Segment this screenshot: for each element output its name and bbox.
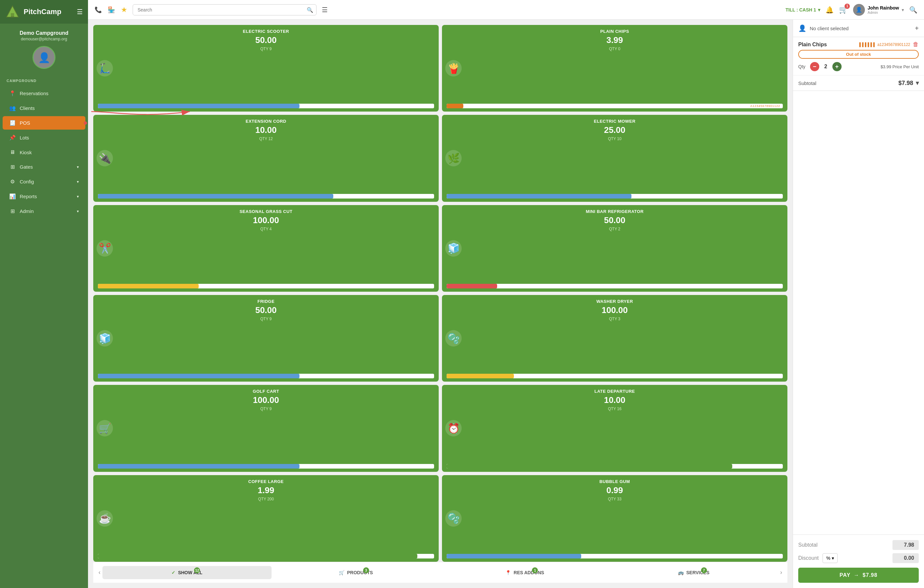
sidebar-item-label-lots: Lots <box>20 135 29 140</box>
product-card-plain-chips[interactable]: 🍟 PLAIN CHIPS 3.99 QTY 0 A12345678901122 <box>442 25 787 112</box>
user-chevron-icon: ▾ <box>902 7 904 13</box>
product-card-mini-bar-refrigerator[interactable]: 🧊 MINI BAR REFRIGERATOR 50.00 QTY 2 <box>442 205 787 292</box>
product-bar-mini-bar-refrigerator <box>447 284 783 288</box>
services-icon: 🚌 <box>678 570 684 575</box>
product-card-bubble-gum[interactable]: 🫧 BUBBLE GUM 0.99 QTY 33 <box>442 475 787 562</box>
product-card-extension-cord[interactable]: 🔌 EXTENSION CORD 10.00 QTY 12 <box>93 115 439 201</box>
tab-res-addons[interactable]: 📍 RES ADDONS 1 <box>441 566 609 579</box>
tab-show-all[interactable]: ✓ SHOW ALL 12 <box>102 566 272 579</box>
menu-lines-icon[interactable]: ☰ <box>322 6 328 14</box>
out-of-stock-badge: Out of stock <box>798 50 919 59</box>
product-card-seasonal-grass-cut[interactable]: ✂️ SEASONAL GRASS CUT 100.00 QTY 4 <box>93 205 439 292</box>
search-input[interactable] <box>133 4 317 15</box>
product-price-washer-dryer: 100.00 <box>447 305 783 315</box>
sidebar-item-kiosk[interactable]: 🖥 Kiosk <box>3 146 85 159</box>
qty-row: Qty − 2 + $3.99 Price Per Unit <box>798 62 919 71</box>
product-bar-late-departure <box>447 464 783 469</box>
store-icon[interactable]: 🏪 <box>108 6 115 13</box>
sidebar-item-pos[interactable]: 🧾 POS <box>3 116 85 130</box>
sidebar-item-clients[interactable]: 👥 Clients <box>3 101 85 115</box>
barcode-icon: ▌▌▌▌▌▌ <box>859 42 876 47</box>
product-qty-extension-cord: QTY 12 <box>98 137 434 141</box>
product-price-electric-mower: 25.00 <box>447 125 783 135</box>
qty-increase-button[interactable]: + <box>832 62 842 71</box>
sidebar-item-lots[interactable]: 📌 Lots <box>3 131 85 144</box>
product-card-golf-cart[interactable]: 🛒 GOLF CART 100.00 QTY 9 <box>93 385 439 471</box>
sidebar-item-reports[interactable]: 📊 Reports ▾ <box>3 189 85 203</box>
next-tab-arrow[interactable]: › <box>778 569 784 576</box>
product-card-coffee-large[interactable]: ☕ COFFEE LARGE 1.99 QTY 200 <box>93 475 439 562</box>
product-bar-fill-electric-scooter <box>98 104 299 108</box>
product-bar-washer-dryer <box>447 374 783 378</box>
product-card-late-departure[interactable]: ⏰ LATE DEPARTURE 10.00 QTY 16 <box>442 385 787 471</box>
cart-button[interactable]: 🛒 1 <box>839 6 848 14</box>
tab-services[interactable]: 🚌 SERVICES 7 <box>609 566 779 579</box>
product-image-extension-cord: 🔌 <box>97 150 113 166</box>
subtotal-value-row: $7.98 ▾ <box>898 79 919 87</box>
chevron-down-icon-config: ▾ <box>77 180 79 184</box>
product-card-electric-mower[interactable]: 🌿 ELECTRIC MOWER 25.00 QTY 10 <box>442 115 787 201</box>
app-logo <box>5 5 20 19</box>
pay-arrow-icon: → <box>854 572 859 578</box>
sidebar-item-admin[interactable]: ⊞ Admin ▾ <box>3 204 85 218</box>
main-content: 📞 🏪 ★ 🔍 ☰ TILL : CASH 1 ▾ 🔔 🛒 1 👤 John <box>88 0 924 588</box>
product-card-washer-dryer[interactable]: 🫧 WASHER DRYER 100.00 QTY 3 <box>442 295 787 382</box>
product-bar-seasonal-grass-cut <box>98 284 434 288</box>
product-qty-electric-scooter: QTY 9 <box>98 46 434 51</box>
product-qty-washer-dryer: QTY 3 <box>447 317 783 321</box>
product-qty-late-departure: QTY 16 <box>447 407 783 411</box>
hamburger-icon[interactable]: ☰ <box>77 8 83 16</box>
sidebar-item-reservations[interactable]: 📍 Reservations <box>3 87 85 100</box>
product-bar-coffee-large <box>98 554 434 558</box>
product-bar-fill-washer-dryer <box>447 374 514 378</box>
product-card-electric-scooter[interactable]: 🛴 ELECTRIC SCOOTER 50.00 QTY 9 <box>93 25 439 112</box>
tab-products[interactable]: 🛒 PRODUCTS 3 <box>272 566 441 579</box>
phone-icon[interactable]: 📞 <box>94 6 102 13</box>
product-qty-bubble-gum: QTY 33 <box>447 497 783 501</box>
product-price-fridge: 50.00 <box>98 305 434 315</box>
add-client-button[interactable]: + <box>915 25 919 32</box>
product-image-golf-cart: 🛒 <box>97 420 113 436</box>
res-addons-badge: 1 <box>532 567 538 573</box>
product-card-fridge[interactable]: 🧊 FRIDGE 50.00 QTY 9 <box>93 295 439 382</box>
bell-icon[interactable]: 🔔 <box>825 6 834 14</box>
pay-button[interactable]: PAY → $7.98 <box>798 568 919 583</box>
cart-item-header: Plain Chips ▌▌▌▌▌▌ a12345678901122 🗑 <box>798 41 919 48</box>
admin-icon: ⊞ <box>9 208 16 214</box>
product-image-fridge: 🧊 <box>97 330 113 346</box>
product-qty-golf-cart: QTY 9 <box>98 407 434 411</box>
subtotal-label: Subtotal <box>798 81 816 86</box>
product-bar-fill-extension-cord <box>98 194 333 199</box>
show-all-badge: 12 <box>194 567 200 573</box>
sidebar-header: PitchCamp ☰ <box>0 0 88 24</box>
subtotal-chevron-icon[interactable]: ▾ <box>916 79 919 87</box>
prev-tab-arrow[interactable]: ‹ <box>97 569 102 576</box>
topbar-search-icon[interactable]: 🔍 <box>909 6 917 14</box>
product-bar-fill-seasonal-grass-cut <box>98 284 199 288</box>
product-name-plain-chips: PLAIN CHIPS <box>447 29 783 34</box>
topbar-right: TILL : CASH 1 ▾ 🔔 🛒 1 👤 John Rainbow Adm… <box>785 4 917 16</box>
product-bar-fill-fridge <box>98 374 299 378</box>
till-label: TILL : CASH 1 <box>785 7 816 13</box>
sidebar-item-gates[interactable]: ⊞ Gates ▾ <box>3 160 85 174</box>
cart-count-badge: 1 <box>845 3 850 9</box>
subtotal-amount: $7.98 <box>898 80 913 87</box>
pos-icon: 🧾 <box>9 120 16 126</box>
user-full-name: John Rainbow <box>868 5 899 10</box>
qty-decrease-button[interactable]: − <box>810 62 819 71</box>
cart-footer: Subtotal 7.98 Discount % ▾ 0.00 PAY → $7… <box>793 535 924 588</box>
star-icon[interactable]: ★ <box>121 6 127 14</box>
product-bar-fill-plain-chips <box>447 104 463 108</box>
till-selector[interactable]: TILL : CASH 1 ▾ <box>785 7 820 13</box>
user-info[interactable]: 👤 John Rainbow Admin ▾ <box>853 4 904 16</box>
discount-type-select[interactable]: % ▾ <box>823 553 837 563</box>
cart-item-delete-button[interactable]: 🗑 <box>913 41 919 48</box>
svg-marker-2 <box>7 7 18 16</box>
client-icon: 👤 <box>798 24 807 32</box>
product-bar-fill-mini-bar-refrigerator <box>447 284 497 288</box>
cart-item-barcode: ▌▌▌▌▌▌ a12345678901122 <box>859 42 910 47</box>
product-name-electric-mower: ELECTRIC MOWER <box>447 119 783 124</box>
sidebar-item-label-kiosk: Kiosk <box>20 150 32 155</box>
sidebar-item-config[interactable]: ⚙ Config ▾ <box>3 175 85 188</box>
product-bar-plain-chips: A12345678901122 <box>447 104 783 108</box>
